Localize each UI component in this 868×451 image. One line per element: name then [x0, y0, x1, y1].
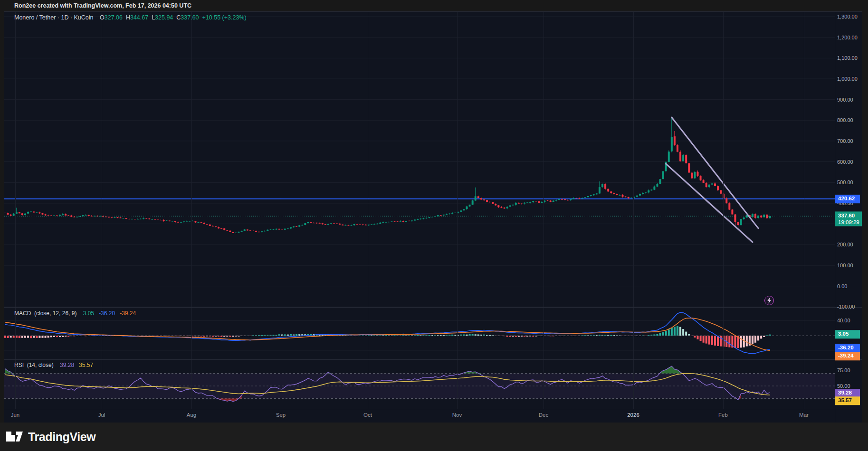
time-axis-label-jul[interactable]: Jul — [98, 412, 105, 418]
macd-hist-badge: 3.05 — [835, 330, 860, 338]
ohlc-close-label: C — [176, 14, 181, 21]
macd-axis-label: 40.00 — [837, 318, 850, 323]
rsi-badge: 39.28 — [835, 389, 860, 397]
price-axis-label: 1,100.00 — [837, 55, 858, 61]
lightning-button[interactable] — [764, 296, 774, 305]
time-axis-label-sep[interactable]: Sep — [276, 412, 286, 418]
last-price-value: 337.60 — [838, 213, 859, 219]
ray-price-badge: 420.62 — [835, 195, 860, 203]
price-axis-label: 0.00 — [837, 283, 847, 289]
ohlc-open-value: 327.06 — [105, 14, 123, 21]
time-axis-label-nov[interactable]: Nov — [452, 412, 462, 418]
time-axis-label-oct[interactable]: Oct — [363, 412, 372, 418]
price-axis-label: 200.00 — [837, 242, 853, 247]
macd-hist-value: 3.05 — [83, 310, 94, 317]
time-axis-label-2026[interactable]: 2026 — [627, 412, 639, 418]
price-axis-label: -100.00 — [837, 304, 855, 310]
price-axis-label: 1,000.00 — [837, 76, 858, 82]
price-axis-label: 800.00 — [837, 117, 853, 123]
ohlc-open-label: O — [100, 14, 105, 21]
bar-countdown: 19:09:29 — [838, 219, 859, 226]
macd-legend[interactable]: MACD (close, 12, 26, 9) 3.05 -36.20 -39.… — [14, 310, 136, 317]
rsi-axis-label: 50.00 — [837, 383, 850, 389]
rsi-axis-label: 75.00 — [837, 367, 850, 373]
macd-signal-badge: -39.24 — [835, 352, 860, 360]
macd-line-value: -36.20 — [99, 310, 115, 317]
price-axis-label: 1,300.00 — [837, 14, 858, 19]
chart-canvas[interactable] — [0, 0, 868, 451]
time-axis-label-jun[interactable]: Jun — [11, 412, 20, 418]
ohlc-low-value: 325.94 — [155, 14, 173, 21]
tradingview-screenshot: { "topbar": { "attribution": "Ron2ee cre… — [0, 0, 868, 451]
ohlc-close-value: 337.60 — [181, 14, 199, 21]
price-axis-label: 700.00 — [837, 138, 853, 144]
last-price-badge: 337.60 19:09:29 — [835, 212, 862, 226]
rsi-ma-badge: 35.57 — [835, 396, 860, 405]
tradingview-logo-icon[interactable] — [5, 430, 24, 444]
rsi-params: (14, close) — [27, 362, 54, 368]
lightning-icon — [766, 297, 772, 304]
macd-signal-value: -39.24 — [120, 310, 136, 317]
rsi-ma-value: 35.57 — [79, 362, 93, 368]
price-axis-label: 900.00 — [837, 97, 853, 103]
time-axis-label-dec[interactable]: Dec — [539, 412, 548, 418]
rsi-legend[interactable]: RSI (14, close) 39.28 35.57 — [14, 362, 93, 368]
price-axis-label: 1,200.00 — [837, 35, 858, 40]
tradingview-wordmark[interactable]: TradingView — [28, 430, 95, 444]
price-axis-label: 100.00 — [837, 263, 853, 268]
ohlc-high-label: H — [126, 14, 130, 21]
symbol-title[interactable]: Monero / Tether · 1D · KuCoin — [14, 14, 94, 21]
rsi-title[interactable]: RSI — [14, 362, 24, 368]
price-axis-label: 600.00 — [837, 159, 853, 165]
ohlc-change-value: +10.55 (+3.23%) — [202, 14, 247, 21]
time-axis-label-aug[interactable]: Aug — [187, 412, 196, 418]
price-axis-label: 500.00 — [837, 179, 853, 185]
rsi-value: 39.28 — [60, 362, 74, 368]
symbol-legend[interactable]: Monero / Tether · 1D · KuCoin O327.06 H3… — [14, 14, 247, 21]
time-axis-label-feb[interactable]: Feb — [718, 412, 728, 418]
footer-bar: TradingView — [0, 423, 868, 451]
macd-title[interactable]: MACD — [14, 310, 31, 317]
time-axis-label-mar[interactable]: Mar — [799, 412, 809, 418]
macd-params: (close, 12, 26, 9) — [34, 310, 76, 317]
ohlc-high-value: 344.67 — [130, 14, 148, 21]
macd-line-badge: -36.20 — [835, 344, 860, 352]
